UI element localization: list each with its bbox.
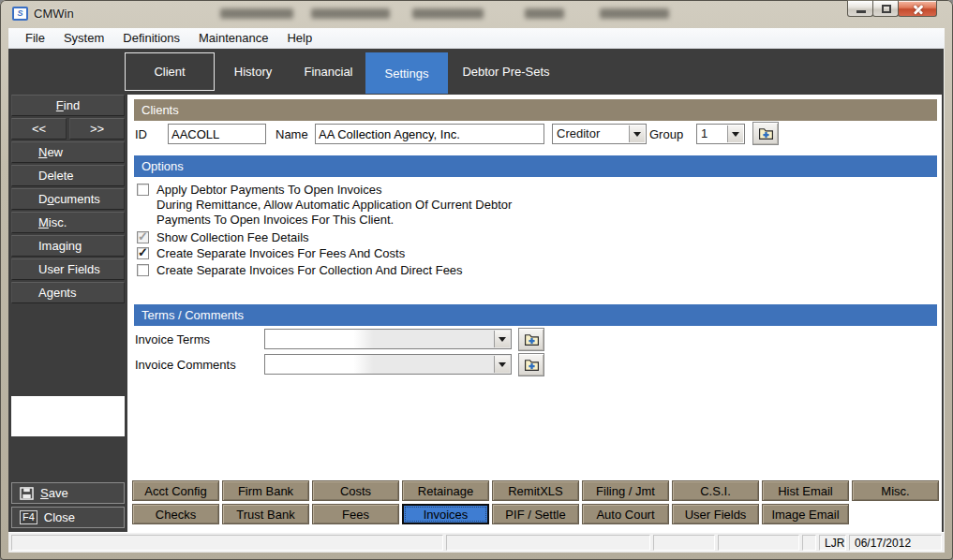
menu-bar: File System Definitions Maintenance Help [8, 28, 945, 49]
client-type-dropdown[interactable]: Creditor [552, 124, 647, 144]
preset-button-row-1: Acct Config Firm Bank Costs Retainage Re… [132, 480, 939, 501]
close-form-button[interactable]: F4 Close [11, 507, 125, 528]
sidebar: Find << >> New Delete Documents Misc. Im… [11, 95, 125, 532]
apply-payments-description: Payments To Open Invoices For This Clien… [156, 213, 394, 227]
name-label: Name [275, 124, 308, 144]
cmwin-window: S CMWin File System Definitions Maintena… [0, 0, 953, 560]
window-controls [848, 0, 937, 17]
preset-acct-config-button[interactable]: Acct Config [132, 480, 219, 501]
preset-image-email-button[interactable]: Image Email [762, 504, 849, 524]
user-fields-button[interactable]: User Fields [11, 258, 125, 280]
invoice-terms-dropdown[interactable] [264, 329, 512, 349]
clients-section-header: Clients [134, 99, 937, 121]
preset-user-fields-button[interactable]: User Fields [672, 504, 759, 524]
separate-collection-direct-label: Create Separate Invoices For Collection … [156, 263, 463, 277]
tab-strip: Client History Financial Settings Debtor… [125, 49, 564, 94]
preset-costs-button[interactable]: Costs [312, 480, 399, 501]
separate-fees-costs-label: Create Separate Invoices For Fees And Co… [156, 246, 405, 260]
status-user-panel: LJR [819, 535, 846, 551]
preset-retainage-button[interactable]: Retainage [402, 480, 489, 501]
preset-pif-settle-button[interactable]: PIF / Settle [492, 504, 579, 524]
group-value: 1 [701, 126, 707, 140]
minimize-button[interactable] [847, 0, 873, 17]
preset-remitxls-button[interactable]: RemitXLS [492, 480, 579, 501]
group-dropdown[interactable]: 1 [696, 124, 745, 144]
add-invoice-comments-button[interactable] [518, 353, 544, 376]
documents-button[interactable]: Documents [11, 188, 125, 210]
preset-filing-jmt-button[interactable]: Filing / Jmt [582, 480, 669, 501]
invoice-comments-label: Invoice Comments [135, 354, 236, 375]
show-fee-details-checkbox [137, 231, 149, 243]
preset-fees-button[interactable]: Fees [312, 504, 399, 524]
maximize-icon [882, 5, 891, 13]
invoice-comments-dropdown[interactable] [264, 354, 512, 375]
tab-financial[interactable]: Financial [291, 49, 365, 94]
preset-hist-email-button[interactable]: Hist Email [762, 480, 849, 501]
client-type-value: Creditor [557, 126, 600, 140]
apply-payments-description: During Remittance, Allow Automatic Appli… [156, 198, 512, 212]
tab-history[interactable]: History [215, 49, 291, 94]
status-panel [718, 535, 799, 551]
folder-plus-icon [524, 332, 540, 346]
client-id-input[interactable] [168, 124, 266, 144]
separate-collection-direct-row: Create Separate Invoices For Collection … [137, 262, 463, 278]
options-section-header: Options [134, 155, 937, 177]
save-button[interactable]: Save [11, 482, 125, 504]
dropdown-arrow-icon[interactable] [494, 356, 510, 373]
terms-comments-section-header: Terms / Comments [134, 304, 937, 326]
preset-checks-button[interactable]: Checks [132, 504, 219, 524]
close-button[interactable] [898, 0, 937, 17]
menu-help[interactable]: Help [277, 29, 321, 47]
title-bar[interactable]: S CMWin [0, 0, 953, 28]
settings-panel: Clients ID Name Creditor Group 1 [127, 95, 942, 532]
tab-client[interactable]: Client [125, 52, 215, 91]
find-button[interactable]: Find [11, 95, 125, 116]
window-title: CMWin [34, 7, 74, 21]
show-fee-details-label: Show Collection Fee Details [156, 230, 309, 244]
tab-settings[interactable]: Settings [365, 52, 448, 94]
titlebar-background-smudge [412, 8, 484, 19]
app-icon: S [12, 7, 28, 21]
add-invoice-terms-button[interactable] [518, 328, 544, 351]
menu-definitions[interactable]: Definitions [113, 29, 189, 47]
preset-auto-court-button[interactable]: Auto Court [582, 504, 669, 524]
titlebar-background-smudge [600, 8, 669, 19]
folder-plus-icon [524, 358, 540, 372]
next-record-button[interactable]: >> [69, 118, 125, 140]
imaging-button[interactable]: Imaging [11, 235, 125, 257]
delete-button[interactable]: Delete [11, 165, 125, 186]
new-button[interactable]: New [11, 141, 125, 163]
separate-collection-direct-checkbox[interactable] [137, 264, 149, 276]
close-icon [913, 4, 924, 15]
dropdown-arrow-icon[interactable] [494, 331, 510, 347]
dropdown-arrow-icon[interactable] [727, 125, 743, 142]
preset-trust-bank-button[interactable]: Trust Bank [222, 504, 309, 524]
titlebar-background-smudge [311, 8, 390, 19]
status-panel [802, 535, 816, 551]
separate-fees-costs-checkbox[interactable] [137, 247, 149, 259]
preset-misc-button[interactable]: Misc. [852, 480, 939, 501]
client-name-input[interactable] [315, 124, 544, 144]
invoice-terms-label: Invoice Terms [135, 329, 210, 349]
preset-firm-bank-button[interactable]: Firm Bank [222, 480, 309, 501]
menu-file[interactable]: File [16, 29, 54, 47]
tab-debtor-pre-sets[interactable]: Debtor Pre-Sets [448, 49, 564, 94]
misc-button[interactable]: Misc. [11, 212, 125, 233]
dropdown-arrow-icon[interactable] [629, 125, 645, 142]
group-label: Group [649, 124, 683, 144]
apply-payments-checkbox[interactable] [137, 184, 149, 196]
agents-button[interactable]: Agents [11, 282, 125, 303]
status-panel [653, 535, 715, 551]
preset-invoices-button[interactable]: Invoices [402, 504, 489, 524]
menu-system[interactable]: System [54, 29, 113, 47]
menu-maintenance[interactable]: Maintenance [189, 29, 277, 47]
status-bar: LJR 06/17/2012 [8, 532, 945, 553]
apply-payments-row: Apply Debtor Payments To Open Invoices [137, 182, 381, 198]
id-label: ID [135, 124, 147, 144]
maximize-button[interactable] [872, 0, 899, 17]
save-label: Save [40, 486, 68, 500]
minimize-icon [856, 10, 866, 13]
preset-csi-button[interactable]: C.S.I. [672, 480, 759, 501]
previous-record-button[interactable]: << [11, 118, 67, 140]
add-group-button[interactable] [752, 122, 779, 145]
